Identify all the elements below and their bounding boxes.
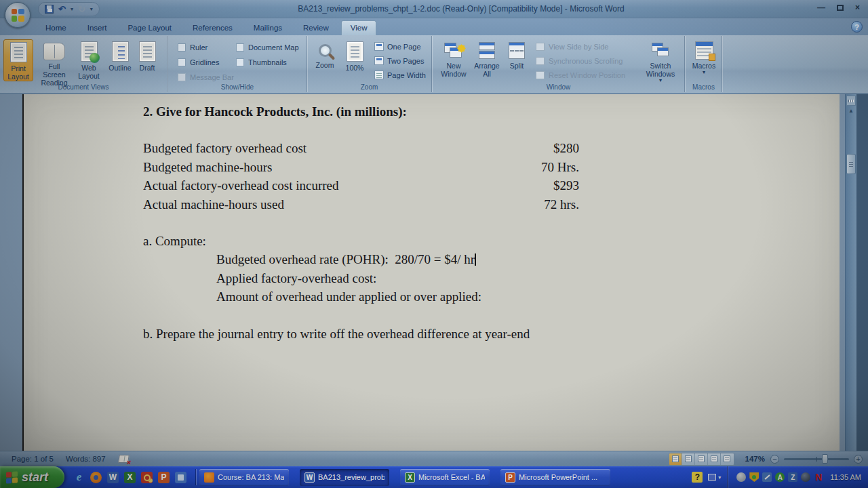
magnifier-icon bbox=[319, 44, 332, 57]
part-a-heading: a. Compute: bbox=[143, 232, 631, 250]
synchronous-scrolling-button: Synchronous Scrolling bbox=[536, 54, 625, 68]
word-count[interactable]: Words: 897 bbox=[60, 455, 112, 463]
taskbar-button-excel[interactable]: X Microsoft Excel - BA2... bbox=[400, 469, 490, 486]
undo-icon[interactable]: ↶ bbox=[58, 5, 66, 14]
table-row: Budgeted factory overhead cost $280 bbox=[143, 139, 579, 157]
thumbnails-checkbox[interactable]: Thumbnails bbox=[236, 55, 299, 70]
outline-button[interactable]: Outline bbox=[106, 39, 134, 72]
web-layout-icon bbox=[81, 41, 98, 62]
quick-launch-bar: e W X P bbox=[64, 472, 192, 483]
taskbar-button-word[interactable]: W BA213_review_probl... bbox=[300, 469, 389, 486]
tab-page-layout[interactable]: Page Layout bbox=[119, 21, 180, 35]
scrollbar-thumb[interactable] bbox=[846, 154, 856, 174]
save-icon[interactable] bbox=[45, 5, 54, 14]
vertical-scrollbar[interactable]: ▲ bbox=[845, 94, 856, 451]
tab-home[interactable]: Home bbox=[37, 21, 75, 35]
tools-icon[interactable] bbox=[762, 472, 772, 482]
shield-icon[interactable] bbox=[749, 472, 759, 482]
document-page[interactable]: 2. Give for Hancock Products, Inc. (in m… bbox=[22, 94, 840, 451]
print-layout-view-button[interactable] bbox=[669, 453, 682, 465]
word-icon[interactable]: W bbox=[107, 472, 119, 483]
tab-view[interactable]: View bbox=[341, 20, 377, 35]
split-button[interactable]: Split bbox=[505, 39, 529, 70]
scroll-up-icon[interactable]: ▲ bbox=[846, 108, 856, 114]
taskbar-button-firefox[interactable]: Course: BA 213: Man... bbox=[199, 469, 289, 486]
taskbar-toolbar-toggle[interactable]: ▾ bbox=[708, 474, 721, 481]
clock: 11:35 AM bbox=[830, 473, 861, 481]
undo-dropdown-icon[interactable]: ▾ bbox=[71, 6, 73, 12]
print-layout-button[interactable]: Print Layout bbox=[3, 39, 33, 81]
group-macros: Macros ▾ Macros bbox=[686, 36, 722, 92]
draft-view-button[interactable] bbox=[721, 453, 734, 465]
macros-button[interactable]: Macros ▾ bbox=[689, 39, 719, 75]
document-map-checkbox[interactable]: Document Map bbox=[236, 40, 299, 55]
proofing-status-icon[interactable] bbox=[118, 455, 130, 463]
internet-explorer-icon[interactable]: e bbox=[73, 472, 85, 483]
volume-icon[interactable] bbox=[736, 472, 746, 482]
zoom-in-icon[interactable]: + bbox=[854, 455, 863, 464]
one-page-button[interactable]: One Page bbox=[372, 39, 428, 54]
zoom-100-button[interactable]: 100% bbox=[341, 39, 368, 72]
arrange-all-button[interactable]: Arrange All bbox=[471, 39, 503, 78]
problem-heading: 2. Give for Hancock Products, Inc. (in m… bbox=[143, 102, 631, 121]
switch-windows-button[interactable]: Switch Windows ▾ bbox=[640, 39, 681, 83]
page-indicator[interactable]: Page: 1 of 5 bbox=[5, 455, 60, 463]
arrange-all-icon bbox=[477, 41, 497, 60]
customize-qat-icon[interactable]: ▾ bbox=[90, 6, 93, 12]
part-a-item: Applied factory-overhead cost: bbox=[216, 269, 631, 287]
group-label-window: Window bbox=[433, 83, 684, 91]
powerpoint-icon[interactable]: P bbox=[158, 472, 170, 483]
windows-flag-icon bbox=[6, 471, 18, 483]
help-icon[interactable]: ? bbox=[851, 21, 863, 33]
excel-icon[interactable]: X bbox=[124, 472, 136, 483]
two-pages-button[interactable]: Two Pages bbox=[372, 54, 428, 68]
office-button[interactable] bbox=[5, 2, 31, 28]
firefox-icon[interactable] bbox=[90, 472, 102, 483]
macros-dropdown-icon: ▾ bbox=[703, 70, 705, 75]
switch-windows-dropdown-icon: ▾ bbox=[659, 78, 662, 83]
draft-button[interactable]: Draft bbox=[134, 39, 160, 72]
quick-access-toolbar: ↶ ▾ ↻ ▾ bbox=[38, 2, 100, 16]
restore-icon[interactable] bbox=[837, 5, 844, 11]
full-screen-view-button[interactable] bbox=[682, 453, 695, 465]
explorer-icon[interactable] bbox=[175, 472, 186, 483]
ruler-toggle-icon[interactable] bbox=[846, 96, 856, 106]
tab-insert[interactable]: Insert bbox=[79, 21, 116, 35]
start-button[interactable]: start bbox=[0, 466, 64, 488]
group-window: New Window Arrange All Split Vie bbox=[433, 36, 685, 92]
new-window-button[interactable]: New Window bbox=[438, 39, 469, 78]
page-width-button[interactable]: Page Width bbox=[372, 68, 428, 82]
antivirus-icon[interactable]: A bbox=[775, 472, 785, 482]
view-shortcut-buttons bbox=[669, 453, 734, 466]
key-icon[interactable] bbox=[141, 472, 153, 483]
switch-windows-icon bbox=[650, 41, 671, 60]
norton-icon[interactable]: N bbox=[814, 472, 823, 482]
zoom-level[interactable]: 147% bbox=[745, 455, 765, 463]
z-app-icon[interactable]: Z bbox=[788, 472, 797, 482]
one-page-icon bbox=[374, 42, 384, 51]
zoom-slider[interactable] bbox=[784, 458, 849, 460]
tab-mailings[interactable]: Mailings bbox=[245, 21, 291, 35]
zoom-out-icon[interactable]: − bbox=[770, 455, 779, 464]
tab-references[interactable]: References bbox=[184, 21, 241, 35]
taskbar-button-powerpoint[interactable]: P Microsoft PowerPoint ... bbox=[500, 469, 610, 486]
ruler-checkbox[interactable]: Ruler bbox=[178, 40, 234, 55]
full-screen-reading-button[interactable]: Full Screen Reading bbox=[37, 39, 72, 87]
close-icon[interactable]: × bbox=[855, 3, 860, 12]
tab-review[interactable]: Review bbox=[294, 21, 338, 35]
globe-icon[interactable] bbox=[801, 472, 810, 482]
gridlines-checkbox[interactable]: Gridlines bbox=[178, 55, 234, 70]
taskbar-help-icon[interactable]: ? bbox=[692, 472, 703, 483]
taskbar-divider bbox=[195, 469, 196, 485]
zoom-slider-thumb[interactable] bbox=[822, 454, 828, 464]
word-icon: W bbox=[304, 472, 315, 483]
web-layout-view-button[interactable] bbox=[695, 453, 708, 465]
page-width-icon bbox=[374, 70, 384, 79]
web-layout-button[interactable]: Web Layout bbox=[73, 39, 104, 80]
minimize-icon[interactable]: — bbox=[817, 3, 825, 12]
outline-view-button[interactable] bbox=[708, 453, 721, 465]
group-show-hide: Ruler Gridlines Message Bar Document Map bbox=[168, 36, 307, 92]
checkbox-icon bbox=[236, 58, 244, 66]
zoom-button[interactable]: Zoom bbox=[311, 39, 338, 69]
view-side-by-side-button: View Side by Side bbox=[536, 39, 625, 54]
